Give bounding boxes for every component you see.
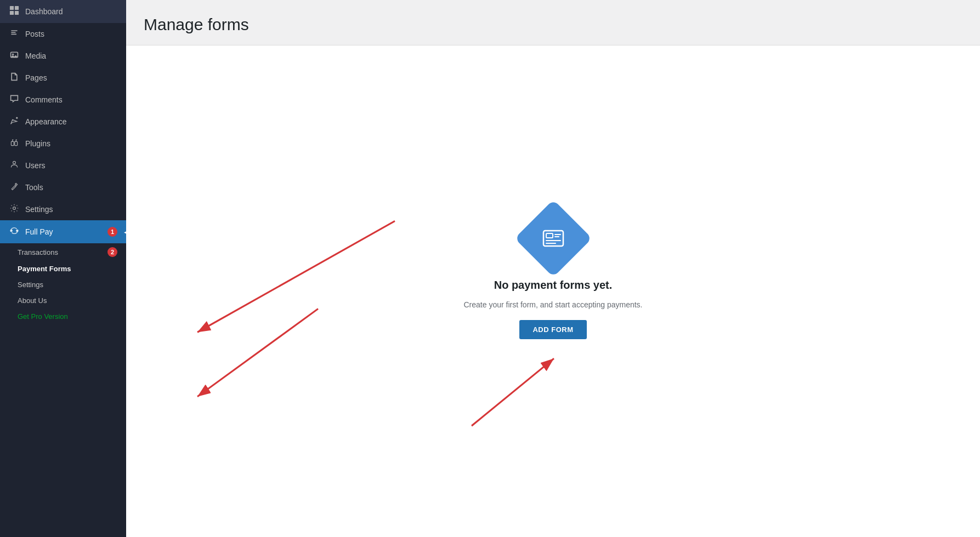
dashboard-icon: [9, 5, 20, 18]
sidebar-item-posts[interactable]: Posts: [0, 23, 126, 45]
sidebar-label-comments: Comments: [25, 95, 63, 104]
add-form-button[interactable]: ADD FORM: [519, 320, 586, 339]
svg-rect-0: [10, 6, 14, 10]
sidebar-label-appearance: Appearance: [25, 117, 67, 126]
sidebar-label-plugins: Plugins: [25, 139, 50, 148]
sidebar-label-settings-sub: Settings: [18, 281, 43, 289]
form-icon-inner: [540, 225, 567, 252]
empty-state-title: No payment forms yet.: [494, 279, 613, 292]
sidebar-item-fullpay[interactable]: Full Pay 1 ◀: [0, 220, 126, 243]
svg-rect-8: [15, 141, 18, 145]
sidebar-label-users: Users: [25, 161, 46, 170]
sidebar-label-pages: Pages: [25, 73, 47, 82]
sidebar-collapse-arrow: ◀: [121, 226, 126, 237]
page-title: Manage forms: [144, 15, 962, 34]
main-content: Manage forms No payment forms yet.: [126, 0, 980, 537]
comments-icon: [9, 94, 20, 105]
svg-point-10: [13, 207, 16, 210]
sidebar-subitem-about-us[interactable]: About Us: [0, 293, 126, 309]
media-icon: [9, 50, 20, 61]
sidebar-subitem-transactions[interactable]: Transactions 2: [0, 243, 126, 261]
sidebar-label-media: Media: [25, 52, 46, 60]
svg-rect-7: [11, 141, 14, 145]
sidebar-get-pro[interactable]: Get Pro Version: [0, 309, 126, 324]
svg-rect-3: [15, 11, 19, 15]
fullpay-icon: [9, 226, 20, 238]
svg-point-9: [13, 161, 16, 164]
pages-icon: [9, 72, 20, 83]
posts-icon: [9, 28, 20, 39]
svg-line-23: [197, 309, 318, 397]
sidebar-label-posts: Posts: [25, 30, 44, 38]
svg-rect-2: [10, 11, 14, 15]
sidebar: Dashboard Posts Media Pages Comments App…: [0, 0, 126, 537]
sidebar-label-settings: Settings: [25, 205, 53, 214]
sidebar-item-plugins[interactable]: Plugins: [0, 133, 126, 155]
svg-rect-14: [546, 233, 553, 238]
svg-point-12: [16, 230, 19, 232]
sidebar-label-transactions: Transactions: [18, 248, 58, 256]
sidebar-item-appearance[interactable]: Appearance: [0, 111, 126, 133]
plugins-icon: [9, 138, 20, 149]
transactions-badge: 2: [107, 247, 117, 257]
empty-state: No payment forms yet. Create your first …: [463, 211, 642, 339]
appearance-icon: [9, 116, 20, 127]
sidebar-label-tools: Tools: [25, 183, 43, 192]
sidebar-label-dashboard: Dashboard: [25, 7, 63, 16]
svg-point-5: [12, 54, 14, 55]
sidebar-item-media[interactable]: Media: [0, 45, 126, 67]
sidebar-subitem-settings[interactable]: Settings: [0, 277, 126, 293]
tools-icon: [9, 182, 20, 193]
form-diamond-icon: [514, 199, 592, 277]
svg-rect-1: [15, 6, 19, 10]
sidebar-item-settings[interactable]: Settings: [0, 198, 126, 220]
sidebar-item-pages[interactable]: Pages: [0, 67, 126, 89]
sidebar-item-users[interactable]: Users: [0, 155, 126, 176]
svg-point-11: [10, 230, 13, 232]
svg-line-22: [197, 221, 395, 332]
sidebar-label-pro: Get Pro Version: [18, 312, 68, 321]
sidebar-label-payment-forms: Payment Forms: [18, 265, 71, 273]
svg-point-6: [16, 117, 18, 119]
sidebar-item-comments[interactable]: Comments: [0, 89, 126, 111]
sidebar-item-dashboard[interactable]: Dashboard: [0, 0, 126, 23]
settings-icon: [9, 204, 20, 215]
sidebar-label-fullpay: Full Pay: [25, 227, 53, 236]
sidebar-label-about-us: About Us: [18, 296, 47, 305]
svg-line-24: [472, 358, 554, 426]
sidebar-subitem-payment-forms[interactable]: Payment Forms: [0, 261, 126, 277]
page-header: Manage forms: [126, 0, 980, 45]
sidebar-item-tools[interactable]: Tools: [0, 176, 126, 198]
content-area: No payment forms yet. Create your first …: [126, 45, 980, 537]
fullpay-badge: 1: [107, 227, 117, 237]
users-icon: [9, 160, 20, 171]
empty-state-subtitle: Create your first form, and start accept…: [463, 300, 642, 309]
